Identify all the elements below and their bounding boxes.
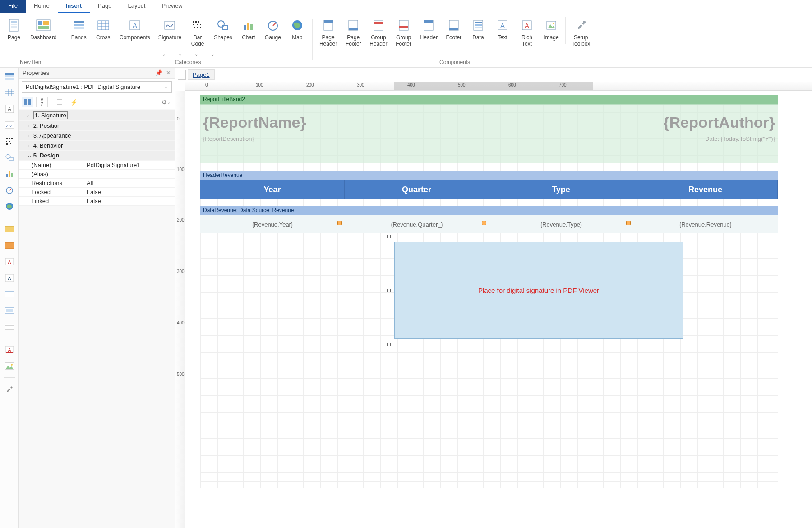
ribbon-map-button[interactable]: Map — [285, 16, 309, 42]
prop-categorized-icon[interactable] — [22, 97, 33, 107]
ribbon-header-button[interactable]: Header — [416, 16, 442, 42]
design-surface[interactable]: ReportTitleBand2 {ReportName} {ReportAut… — [185, 91, 812, 528]
ruler-horizontal[interactable]: 0 100 200 300 400 500 600 700 — [185, 82, 812, 91]
ribbon-text-button[interactable]: AText — [490, 16, 515, 42]
ribbon-barcode-button[interactable]: Bar Code — [185, 16, 210, 49]
ribbon-image-button[interactable]: Image — [539, 16, 563, 42]
tab-file[interactable]: File — [0, 0, 26, 13]
ribbon-pagefooter-button[interactable]: Page Footer — [341, 16, 365, 49]
ribbon-richtext-button[interactable]: ARich Text — [515, 16, 539, 49]
data-band[interactable]: DataRevenue; Data Source: Revenue {Reven… — [200, 206, 778, 233]
tool-red-a-icon[interactable]: A — [4, 256, 15, 268]
tool-rect3-icon[interactable] — [4, 321, 15, 333]
prop-box-icon[interactable] — [54, 97, 65, 107]
ribbon-bands-button[interactable]: Bands — [67, 16, 91, 42]
col-year[interactable]: Year — [200, 180, 345, 199]
ribbon-pageheader-button[interactable]: Page Header — [315, 16, 341, 49]
ribbon-groupfooter-button[interactable]: Group Footer — [392, 16, 416, 49]
dropdown-icon[interactable]: ⌄ — [172, 51, 188, 56]
pin-icon[interactable]: 📌 — [155, 69, 162, 76]
page-tab-1[interactable]: Page1 — [188, 69, 215, 80]
field-quarter[interactable]: {Revenue.Quarter_} — [345, 215, 489, 233]
prop-lightning-icon[interactable]: ⚡ — [68, 97, 80, 107]
tool-redbar-a-icon[interactable]: A — [4, 344, 15, 356]
dropdown-icon[interactable]: ⌄ — [188, 51, 204, 56]
ribbon-gauge-button[interactable]: Gauge — [261, 16, 285, 42]
tool-shapes-icon[interactable] — [4, 152, 15, 163]
resize-handle[interactable] — [687, 343, 690, 346]
prop-gear-icon[interactable]: ⚙⌄ — [160, 97, 172, 107]
prop-row-name[interactable]: (Name)PdfDigitalSignature1 — [19, 161, 175, 170]
tool-yellow-icon[interactable] — [4, 223, 15, 235]
ribbon-setup-button[interactable]: Setup Toolbox — [567, 16, 594, 49]
tool-text-icon[interactable]: A — [4, 103, 15, 115]
databind-pin-icon[interactable] — [337, 221, 342, 225]
prop-cat-signature[interactable]: › 1. Signature — [19, 110, 175, 121]
field-revenue[interactable]: {Revenue.Revenue} — [633, 215, 778, 233]
tool-picture-icon[interactable] — [4, 360, 15, 372]
tab-layout[interactable]: Layout — [120, 0, 153, 13]
resize-handle[interactable] — [387, 343, 391, 346]
resize-handle[interactable] — [537, 343, 540, 346]
tab-insert[interactable]: Insert — [58, 0, 90, 13]
tab-preview[interactable]: Preview — [153, 0, 190, 13]
field-year[interactable]: {Revenue.Year} — [200, 215, 345, 233]
resize-handle[interactable] — [387, 289, 391, 292]
prop-row-alias[interactable]: (Alias) — [19, 170, 175, 179]
ribbon-data-button[interactable]: Data — [466, 16, 490, 42]
databind-pin-icon[interactable] — [482, 221, 486, 225]
col-quarter[interactable]: Quarter — [345, 180, 489, 199]
ribbon-page-button[interactable]: Page — [2, 16, 26, 42]
ribbon-cross-button[interactable]: Cross — [91, 16, 115, 42]
report-name-field[interactable]: {ReportName} — [203, 114, 306, 131]
prop-alpha-icon[interactable]: AZ — [36, 97, 48, 107]
prop-cat-position[interactable]: › 2. Position — [19, 121, 175, 131]
tab-home[interactable]: Home — [26, 0, 58, 13]
field-type[interactable]: {Revenue.Type} — [489, 215, 633, 233]
dropdown-icon[interactable]: ⌄ — [156, 51, 172, 56]
ruler-vertical[interactable]: 0 100 200 300 400 500 — [175, 91, 185, 528]
prop-cat-appearance[interactable]: › 3. Appearance — [19, 131, 175, 141]
tool-table-icon[interactable] — [4, 87, 15, 98]
tool-rect2-icon[interactable] — [4, 305, 15, 316]
ribbon-components-button[interactable]: AComponents — [115, 16, 154, 42]
col-type[interactable]: Type — [489, 180, 633, 199]
tab-page[interactable]: Page — [90, 0, 120, 13]
tool-band-blue-icon[interactable] — [4, 70, 15, 82]
report-page[interactable]: ReportTitleBand2 {ReportName} {ReportAut… — [200, 95, 778, 488]
tool-globe-icon[interactable] — [4, 200, 15, 212]
header-band[interactable]: HeaderRevenue Year Quarter Type Revenue — [200, 171, 778, 199]
dropdown-icon[interactable]: ⌄ — [204, 51, 221, 56]
report-title-band[interactable]: ReportTitleBand2 {ReportName} {ReportAut… — [200, 95, 778, 163]
databind-pin-icon[interactable] — [626, 221, 631, 225]
report-date-field[interactable]: Date: {Today.ToString("Y")} — [705, 135, 775, 142]
resize-handle[interactable] — [387, 235, 391, 238]
tool-orange-icon[interactable] — [4, 240, 15, 251]
ribbon-signature-button[interactable]: Signature — [154, 16, 185, 42]
resize-handle[interactable] — [687, 289, 690, 292]
prop-row-restrictions[interactable]: RestrictionsAll — [19, 179, 175, 188]
tool-signature-icon[interactable] — [4, 119, 15, 131]
resize-handle[interactable] — [537, 235, 540, 238]
tool-gauge-icon[interactable] — [4, 184, 15, 196]
prop-row-locked[interactable]: LockedFalse — [19, 188, 175, 197]
tool-blue-a-icon[interactable]: A — [4, 272, 15, 284]
prop-row-linked[interactable]: LinkedFalse — [19, 197, 175, 206]
ribbon-groupheader-button[interactable]: Group Header — [365, 16, 391, 49]
prop-cat-behavior[interactable]: › 4. Behavior — [19, 141, 175, 151]
tool-chart-icon[interactable] — [4, 168, 15, 180]
close-icon[interactable]: ✕ — [166, 69, 171, 76]
prop-cat-design[interactable]: ⌄ 5. Design — [19, 151, 175, 161]
ribbon-dashboard-button[interactable]: Dashboard — [26, 16, 61, 42]
report-author-field[interactable]: {ReportAuthor} — [664, 114, 775, 131]
properties-selector[interactable]: PdfDigitalSignature1 : PDF Digital Signa… — [22, 81, 172, 93]
col-revenue[interactable]: Revenue — [633, 180, 778, 199]
resize-handle[interactable] — [687, 235, 690, 238]
ribbon-chart-button[interactable]: Chart — [236, 16, 261, 42]
ribbon-shapes-button[interactable]: Shapes — [210, 16, 236, 42]
tool-rect1-icon[interactable] — [4, 288, 15, 300]
tool-wrench-icon[interactable] — [4, 383, 15, 395]
tool-qr-icon[interactable] — [4, 135, 15, 147]
page-file-icon[interactable] — [178, 70, 186, 80]
report-desc-field[interactable]: {ReportDescription} — [203, 135, 254, 142]
